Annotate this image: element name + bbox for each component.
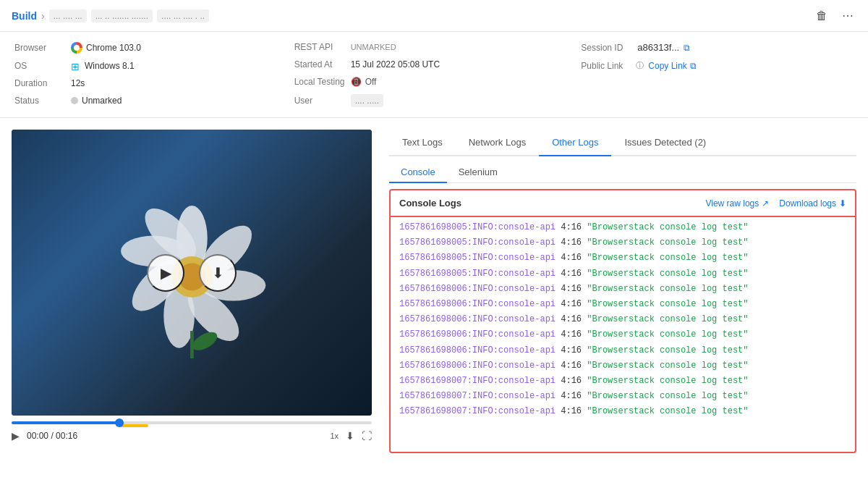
log-time: 4:16 (561, 345, 582, 355)
speed-badge[interactable]: 1x (330, 431, 339, 440)
log-time: 4:16 (561, 237, 582, 248)
video-play-bar-button[interactable]: ▶ (12, 430, 20, 442)
browser-label: Browser (14, 43, 65, 53)
duration-value: 12s (71, 78, 85, 88)
breadcrumb-item-3: .... ... .... . .. (157, 9, 209, 22)
download-video-button[interactable]: ⬇ (199, 254, 237, 292)
log-source: console-api (498, 361, 556, 371)
log-time: 4:16 (561, 406, 582, 416)
log-timestamp: 1657861698006 (399, 284, 467, 294)
download-logs-link[interactable]: Download logs ⬇ (779, 198, 846, 209)
log-level: :INFO: (467, 314, 498, 324)
log-entry: 1657861698007:INFO:console-api 4:16 "Bro… (391, 389, 855, 404)
log-time: 4:16 (561, 329, 582, 340)
console-logs-title: Console Logs (399, 198, 461, 209)
started-at-label: Started At (294, 59, 345, 70)
log-source: console-api (498, 222, 556, 232)
info-col-3: Session ID a86313f... ⧉ Public Link ⓘ Co… (574, 42, 854, 107)
started-at-row: Started At 15 Jul 2022 05:08 UTC (294, 59, 574, 70)
console-actions: View raw logs ↗ Download logs ⬇ (705, 198, 846, 209)
external-link-icon: ↗ (762, 198, 769, 209)
log-timestamp: 1657861698007 (399, 376, 467, 386)
session-id-row: Session ID a86313f... ⧉ (581, 42, 854, 53)
fullscreen-button[interactable]: ⛶ (362, 430, 372, 442)
rest-api-value: UNMARKED (351, 43, 396, 51)
log-message: "Browserstack console log test" (587, 329, 748, 340)
rest-api-label: REST API (294, 42, 345, 52)
status-row: Status Unmarked (14, 96, 294, 106)
download-logs-icon: ⬇ (839, 198, 846, 209)
session-id-text: a86313f... (637, 42, 679, 53)
log-level: :INFO: (467, 406, 498, 416)
log-level: :INFO: (467, 253, 498, 263)
video-panel: ▶ ⬇ ▶ 00:00 / 00:16 1x (0, 118, 383, 453)
breadcrumb-item-1: ... .... ... (49, 9, 87, 22)
local-testing-label: Local Testing (294, 77, 345, 87)
log-time: 4:16 (561, 376, 582, 386)
more-options-button[interactable]: ⋯ (839, 6, 856, 25)
top-bar: Build › ... .... ... ... .. ....... ....… (0, 0, 868, 32)
play-button[interactable]: ▶ (147, 254, 184, 292)
log-message: "Browserstack console log test" (587, 269, 748, 279)
log-timestamp: 1657861698005 (399, 222, 467, 232)
log-source: console-api (498, 284, 556, 294)
log-entry: 1657861698006:INFO:console-api 4:16 "Bro… (391, 312, 855, 327)
time-display: 00:00 / 00:16 (27, 431, 77, 441)
video-container: ▶ ⬇ (12, 130, 372, 416)
log-timestamp: 1657861698005 (399, 237, 467, 248)
public-link-row: Public Link ⓘ Copy Link ⧉ (581, 60, 854, 71)
log-entry: 1657861698007:INFO:console-api 4:16 "Bro… (391, 374, 855, 389)
log-source: console-api (498, 314, 556, 324)
progress-track[interactable] (12, 421, 372, 424)
log-timestamp: 1657861698005 (399, 253, 467, 263)
tab-network-logs[interactable]: Network Logs (456, 130, 539, 156)
log-level: :INFO: (467, 376, 498, 386)
delete-button[interactable]: 🗑 (813, 7, 830, 25)
log-entry: 1657861698006:INFO:console-api 4:16 "Bro… (391, 282, 855, 297)
progress-thumb (115, 418, 124, 427)
sub-tab-console[interactable]: Console (389, 162, 447, 183)
log-source: console-api (498, 329, 556, 340)
duration-row: Duration 12s (14, 78, 294, 88)
tab-text-logs[interactable]: Text Logs (389, 130, 456, 156)
chrome-icon (71, 42, 82, 54)
log-timestamp: 1657861698007 (399, 406, 467, 416)
log-message: "Browserstack console log test" (587, 406, 748, 416)
tab-issues-detected[interactable]: Issues Detected (2) (611, 130, 719, 156)
main-content: ▶ ⬇ ▶ 00:00 / 00:16 1x (0, 118, 868, 453)
log-entry: 1657861698007:INFO:console-api 4:16 "Bro… (391, 404, 855, 419)
breadcrumb-build[interactable]: Build (12, 10, 37, 22)
log-source: console-api (498, 391, 556, 401)
duration-label: Duration (14, 78, 65, 88)
logs-tabs: Text Logs Network Logs Other Logs Issues… (389, 130, 856, 156)
os-label: OS (14, 61, 65, 71)
log-source: console-api (498, 406, 556, 416)
log-message: "Browserstack console log test" (587, 222, 748, 232)
tab-other-logs[interactable]: Other Logs (539, 130, 611, 156)
download-video-bar-button[interactable]: ⬇ (346, 430, 354, 442)
user-label: User (294, 96, 345, 106)
copy-session-id-button[interactable]: ⧉ (684, 43, 690, 53)
log-level: :INFO: (467, 269, 498, 279)
sub-tab-selenium[interactable]: Selenium (447, 162, 509, 183)
view-raw-logs-link[interactable]: View raw logs ↗ (705, 198, 769, 209)
log-entry: 1657861698006:INFO:console-api 4:16 "Bro… (391, 343, 855, 358)
log-message: "Browserstack console log test" (587, 299, 748, 309)
play-icon: ▶ (161, 264, 171, 282)
download-logs-label: Download logs (779, 198, 836, 209)
log-message: "Browserstack console log test" (587, 314, 748, 324)
browser-row: Browser Chrome 103.0 (14, 42, 294, 54)
video-controls-overlay: ▶ ⬇ (147, 254, 237, 292)
user-value: .... ..... (351, 94, 383, 107)
log-message: "Browserstack console log test" (587, 237, 748, 248)
user-row: User .... ..... (294, 94, 574, 107)
log-timestamp: 1657861698006 (399, 299, 467, 309)
public-link-label: Public Link (581, 61, 631, 71)
log-source: console-api (498, 253, 556, 263)
log-time: 4:16 (561, 284, 582, 294)
log-level: :INFO: (467, 222, 498, 232)
local-testing-value: 📵 Off (351, 77, 377, 87)
copy-link-button[interactable]: Copy Link ⧉ (648, 61, 696, 71)
status-label: Status (14, 96, 65, 106)
video-controls-bar: ▶ 00:00 / 00:16 1x ⬇ ⛶ (12, 430, 372, 442)
